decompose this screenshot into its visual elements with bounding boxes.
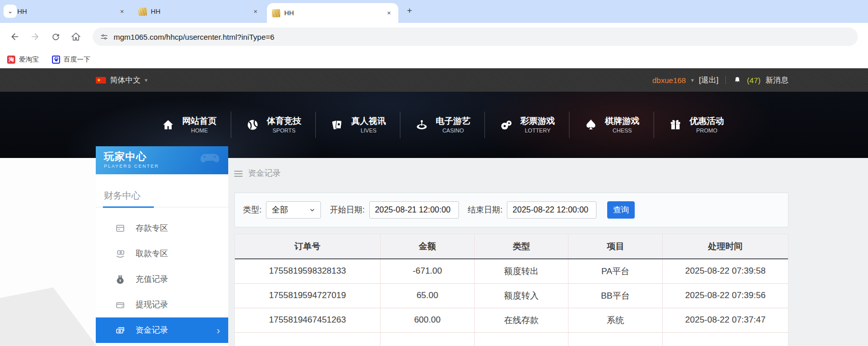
col-header-item: 项目 — [568, 234, 663, 259]
money-bag-icon — [115, 274, 125, 284]
table-cell: BB平台 — [568, 283, 663, 308]
table-row: 1755819467451263 600.00 在线存款 系统 2025-08-… — [235, 308, 788, 332]
nav-label-zh: 优惠活动 — [690, 116, 724, 127]
banknotes-icon — [115, 325, 125, 335]
lottery-balls-icon — [499, 117, 514, 132]
nav-item-sports[interactable]: 体育竞技 SPORTS — [231, 112, 315, 138]
new-messages-link[interactable]: 新消息 — [766, 75, 789, 85]
tab-title: HH — [284, 9, 381, 17]
decor-triangle — [0, 287, 97, 346]
sidebar-item-label: 提现记录 — [135, 300, 168, 310]
end-date-input[interactable] — [507, 201, 596, 219]
nav-label-en: LIVES — [351, 127, 386, 134]
col-header-time: 处理时间 — [662, 234, 788, 259]
tab-close-icon[interactable]: × — [385, 9, 393, 17]
table-cell: PA平台 — [568, 259, 663, 283]
message-count-badge[interactable]: (47) — [747, 76, 761, 85]
col-header-type: 类型 — [474, 234, 568, 259]
type-select[interactable]: 全部 — [266, 201, 321, 219]
table-row-partial — [235, 332, 788, 346]
filter-bar: 类型: 全部 开始日期: 结束日期: 查询 — [234, 193, 789, 227]
nav-label-en: CASINO — [436, 127, 471, 134]
browser-tab-2[interactable]: HH × — [133, 3, 265, 20]
tab-close-icon[interactable]: × — [251, 7, 260, 16]
sidebar-item-deposit[interactable]: 存款专区 — [96, 216, 228, 241]
hamburger-icon — [234, 171, 242, 177]
content-panel: 资金记录 类型: 全部 开始日期: 结束日期: 查询 订单号 金额 — [234, 158, 789, 346]
browser-toolbar: mgm1065.com/hhcp/usercenter.html?iniType… — [0, 23, 868, 50]
start-date-input[interactable] — [369, 201, 459, 219]
browser-tab-3-active[interactable]: HH × — [267, 3, 398, 23]
sidebar-item-withdrawal-history[interactable]: 提现记录 — [96, 292, 228, 317]
china-flag-icon: ★ — [96, 77, 106, 84]
site-topbar: ★ 简体中文 ▾ dbxue168 ▾ [退出] (47) 新消息 — [0, 68, 868, 92]
nav-label-zh: 真人视讯 — [351, 116, 386, 127]
forward-icon[interactable] — [26, 28, 44, 45]
table-cell: 65.00 — [381, 283, 475, 308]
sidebar-item-label: 取款专区 — [135, 249, 168, 259]
sidebar-item-withdraw[interactable]: 取款专区 — [96, 241, 228, 267]
sidebar-item-label: 资金记录 — [135, 325, 168, 336]
col-header-amount: 金额 — [381, 234, 475, 259]
deposit-icon — [115, 223, 125, 233]
back-icon[interactable] — [6, 28, 23, 45]
gift-icon — [668, 117, 683, 132]
sidebar-item-label: 充值记录 — [135, 274, 168, 285]
sidebar-item-label: 存款专区 — [135, 223, 168, 234]
col-header-order-no: 订单号 — [235, 234, 381, 259]
table-cell: 1755819467451263 — [235, 308, 381, 332]
table-cell: 系统 — [568, 308, 663, 332]
language-label: 简体中文 — [110, 75, 141, 85]
nav-item-casino[interactable]: 电子游艺 CASINO — [400, 112, 484, 138]
sidebar-item-recharge-history[interactable]: 充值记录 — [96, 267, 228, 292]
nav-item-promo[interactable]: 优惠活动 PROMO — [654, 112, 738, 138]
table-cell: 额度转入 — [474, 283, 568, 308]
tab-search-button[interactable]: ⌄ — [4, 5, 17, 18]
type-select-value: 全部 — [272, 205, 288, 216]
sidebar-menu: 存款专区 取款专区 充值记录 提现记录 — [96, 216, 228, 343]
section-title: 财务中心 — [96, 174, 228, 207]
username-link[interactable]: dbxue168 — [653, 76, 686, 85]
table-cell: 1755819594727019 — [235, 283, 381, 308]
tab-close-icon[interactable]: × — [118, 7, 126, 16]
bookmark-taobao[interactable]: 淘 爱淘宝 — [7, 55, 39, 64]
reload-icon[interactable] — [47, 28, 64, 45]
divider — [725, 76, 726, 84]
type-label: 类型: — [243, 205, 261, 216]
nav-label-zh: 网站首页 — [182, 116, 217, 127]
address-bar[interactable]: mgm1065.com/hhcp/usercenter.html?iniType… — [93, 28, 858, 46]
bookmark-baidu[interactable]: 百度一下 — [52, 55, 90, 64]
spade-icon — [583, 117, 599, 132]
page-title: 资金记录 — [248, 168, 281, 179]
sidebar-header: 玩家中心 PLAYERS CENTER — [96, 146, 228, 174]
nav-item-home[interactable]: 网站首页 HOME — [147, 112, 231, 138]
nav-label-zh: 棋牌游戏 — [605, 116, 640, 127]
page-title-row: 资金记录 — [234, 168, 789, 179]
roulette-icon — [414, 117, 429, 132]
bell-icon[interactable] — [733, 76, 742, 85]
nav-label-en: PROMO — [690, 127, 724, 134]
sidebar-panel: 财务中心 存款专区 取款专区 充值记录 — [96, 174, 228, 346]
nav-item-lottery[interactable]: 彩票游戏 LOTTERY — [484, 112, 569, 138]
search-button[interactable]: 查询 — [607, 201, 635, 219]
table-row: 1755819594727019 65.00 额度转入 BB平台 2025-08… — [235, 283, 788, 308]
language-selector[interactable]: ★ 简体中文 ▾ — [96, 75, 148, 85]
home-icon[interactable] — [67, 28, 85, 45]
main-area: 玩家中心 PLAYERS CENTER 财务中心 存款专区 — [0, 158, 868, 346]
nav-item-chess[interactable]: 棋牌游戏 CHESS — [569, 112, 654, 138]
wallet-icon — [115, 300, 125, 310]
browser-tab-1[interactable]: HH × — [0, 3, 131, 20]
nav-label-en: SPORTS — [267, 127, 302, 134]
start-date-label: 开始日期: — [330, 205, 364, 216]
new-tab-button[interactable]: + — [403, 5, 416, 17]
nav-label-en: HOME — [182, 127, 217, 134]
table-cell: 1755819598328133 — [235, 259, 381, 283]
nav-item-lives[interactable]: 真人视讯 LIVES — [315, 112, 400, 138]
nav-label-zh: 彩票游戏 — [521, 116, 555, 127]
chevron-down-icon[interactable]: ▾ — [691, 77, 694, 84]
sidebar-item-funds-record-active[interactable]: 资金记录 › — [96, 317, 228, 343]
logout-link[interactable]: [退出] — [699, 75, 718, 85]
section-accent-bar — [103, 206, 154, 208]
browser-tab-strip: ⌄ HH × HH × HH × + — [0, 0, 868, 23]
site-info-icon[interactable] — [100, 33, 108, 41]
